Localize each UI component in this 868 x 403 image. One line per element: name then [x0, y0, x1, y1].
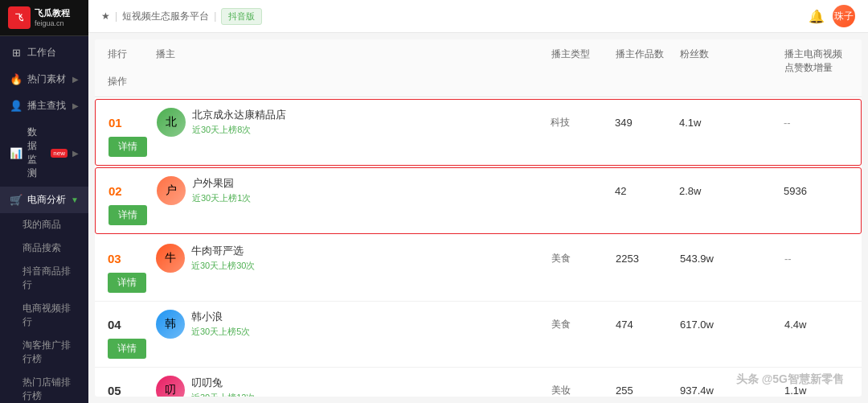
influencer-name: 牛肉哥严选: [191, 244, 255, 258]
chevron-down-icon: ▼: [71, 195, 79, 204]
label-taoke: 淘客推广排行榜: [23, 339, 71, 364]
sidebar-label-workspace: 工作台: [27, 46, 56, 60]
influencer-name: 北京成永达康精品店: [192, 108, 286, 122]
influencer-cell: 叨 叨叨兔 近30天上榜12次: [156, 376, 333, 397]
views-count: 5936: [784, 185, 848, 197]
logo-text: 飞瓜教程: [35, 8, 70, 19]
influencer-cell: 牛 牛肉哥严选 近30天上榜30次: [156, 244, 333, 273]
table-row: 03 牛 牛肉哥严选 近30天上榜30次 美食 2253 543.9w -- 详…: [95, 236, 862, 302]
influencer-cell: 北 北京成永达康精品店 近30天上榜8次: [157, 108, 334, 137]
col-fans: 粉丝数: [680, 47, 784, 75]
sidebar-item-taoke[interactable]: 淘客推广排行榜: [0, 334, 88, 371]
ecom-icon: 🛒: [10, 194, 23, 206]
breadcrumb: ★ | 短视频生态服务平台 | 抖音版: [101, 8, 262, 25]
works-count: 474: [616, 319, 680, 331]
chevron-right-icon3: ▶: [72, 149, 79, 158]
influencer-icon: 👤: [10, 100, 23, 112]
detail-button[interactable]: 详情: [108, 205, 147, 225]
sidebar-item-influencer[interactable]: 👤 播主查找 ▶: [0, 93, 88, 119]
breadcrumb-home: ★: [101, 10, 110, 22]
sidebar-item-workspace[interactable]: ⊞ 工作台: [0, 39, 88, 66]
sidebar-item-hot-material[interactable]: 🔥 热门素材 ▶: [0, 66, 88, 93]
platform-badge: 抖音版: [221, 8, 262, 25]
views-count: 1.1w: [784, 384, 849, 397]
label-ecom-video: 电商视频排行: [23, 302, 71, 327]
sidebar-item-shop[interactable]: 热门店铺排行榜: [0, 371, 88, 403]
rank-number: 04: [108, 318, 156, 331]
sidebar-item-product-search[interactable]: 商品搜索: [0, 236, 88, 260]
fans-count: 4.1w: [679, 117, 784, 129]
col-type: 播主类型: [551, 47, 616, 75]
sidebar-label-influencer: 播主查找: [27, 99, 66, 113]
sidebar-item-ecom[interactable]: 🛒 电商分析 ▼: [0, 187, 88, 213]
data-icon: 📊: [10, 147, 23, 159]
fans-count: 937.4w: [680, 384, 784, 397]
influencer-type: 美食: [551, 318, 616, 331]
new-badge: new: [51, 149, 68, 158]
influencer-name: 韩小浪: [191, 310, 250, 324]
views-count: 4.4w: [784, 319, 849, 331]
rank-number: 05: [108, 384, 156, 397]
rank-number: 01: [108, 116, 157, 130]
action-cell: 详情: [108, 339, 156, 359]
influencer-info: 叨叨兔 近30天上榜12次: [191, 376, 255, 397]
avatar: 韩: [156, 310, 185, 339]
col-rank: 排行: [108, 47, 156, 75]
influencer-cell: 韩 韩小浪 近30天上榜5次: [156, 310, 333, 339]
table-row: 05 叨 叨叨兔 近30天上榜12次 美妆 255 937.4w 1.1w 详情: [95, 368, 862, 397]
sidebar-item-ecom-video[interactable]: 电商视频排行: [0, 297, 88, 334]
top-header: ★ | 短视频生态服务平台 | 抖音版 🔔 珠子: [88, 0, 868, 33]
works-count: 255: [616, 384, 680, 397]
works-count: 2253: [616, 253, 680, 265]
detail-button[interactable]: 详情: [108, 339, 146, 359]
hot-icon: 🔥: [10, 73, 23, 85]
label-ecom-rank: 抖音商品排行: [23, 265, 71, 290]
sidebar-item-my-products[interactable]: 我的商品: [0, 213, 88, 236]
influencer-name: 户外果园: [192, 176, 251, 191]
table-area: 排行 播主 播主类型 播主作品数 粉丝数 播主电商视频点赞数增量 操作 01 北…: [95, 39, 862, 397]
col-action: 操作: [108, 75, 156, 88]
sidebar-item-ecom-rank[interactable]: 抖音商品排行: [0, 260, 88, 297]
label-my-products: 我的商品: [23, 219, 61, 230]
table-header: 排行 播主 播主类型 播主作品数 粉丝数 播主电商视频点赞数增量 操作: [95, 39, 862, 97]
influencer-sub: 近30天上榜12次: [191, 392, 255, 397]
label-shop: 热门店铺排行榜: [23, 376, 71, 401]
avatar: 北: [157, 108, 186, 137]
chevron-right-icon: ▶: [72, 75, 79, 84]
sidebar-label-ecom: 电商分析: [27, 193, 66, 207]
table-row: 01 北 北京成永达康精品店 近30天上榜8次 科技 349 4.1w -- 详…: [95, 99, 862, 166]
user-avatar[interactable]: 珠子: [833, 5, 855, 27]
influencer-sub: 近30天上榜8次: [192, 124, 286, 136]
influencer-sub: 近30天上榜1次: [192, 192, 251, 204]
chevron-right-icon2: ▶: [72, 101, 79, 110]
sidebar-menu: ⊞ 工作台 🔥 热门素材 ▶ 👤 播主查找 ▶ 📊 数据监测 new ▶ 🛒 电…: [0, 36, 88, 403]
action-cell: 详情: [108, 273, 156, 293]
workspace-icon: ⊞: [10, 47, 23, 59]
influencer-info: 北京成永达康精品店 近30天上榜8次: [192, 108, 286, 136]
detail-button[interactable]: 详情: [108, 273, 146, 293]
breadcrumb-platform: 短视频生态服务平台: [122, 10, 209, 23]
user-name: 珠子: [834, 10, 854, 23]
influencer-info: 韩小浪 近30天上榜5次: [191, 310, 250, 338]
sidebar-label-data: 数据监测: [27, 125, 44, 180]
sidebar-logo: 飞 飞瓜教程 feigua.cn: [0, 0, 88, 36]
influencer-name: 叨叨兔: [191, 376, 255, 390]
logo-sub: feigua.cn: [35, 19, 70, 27]
fans-count: 617.0w: [680, 319, 784, 331]
rank-number: 03: [108, 252, 156, 265]
influencer-sub: 近30天上榜30次: [191, 260, 255, 272]
main-content: ★ | 短视频生态服务平台 | 抖音版 🔔 珠子 排行 播主 播主类型 播主作品…: [88, 0, 868, 403]
sidebar: 飞 飞瓜教程 feigua.cn ⊞ 工作台 🔥 热门素材 ▶ 👤 播主查找 ▶…: [0, 0, 88, 403]
influencer-info: 户外果园 近30天上榜1次: [192, 176, 251, 204]
influencer-info: 牛肉哥严选 近30天上榜30次: [191, 244, 255, 272]
sidebar-item-data-monitor[interactable]: 📊 数据监测 new ▶: [0, 119, 88, 187]
action-cell: 详情: [108, 137, 157, 157]
logo-icon: 飞: [8, 6, 31, 29]
detail-button[interactable]: 详情: [108, 137, 147, 157]
works-count: 42: [615, 185, 679, 197]
table-row: 04 韩 韩小浪 近30天上榜5次 美食 474 617.0w 4.4w 详情: [95, 302, 862, 368]
notification-icon[interactable]: 🔔: [809, 9, 825, 24]
col-works: 播主作品数: [616, 47, 680, 75]
table-row: 02 户 户外果园 近30天上榜1次 42 2.8w 5936 详情: [95, 167, 862, 234]
col-empty: [333, 47, 551, 75]
